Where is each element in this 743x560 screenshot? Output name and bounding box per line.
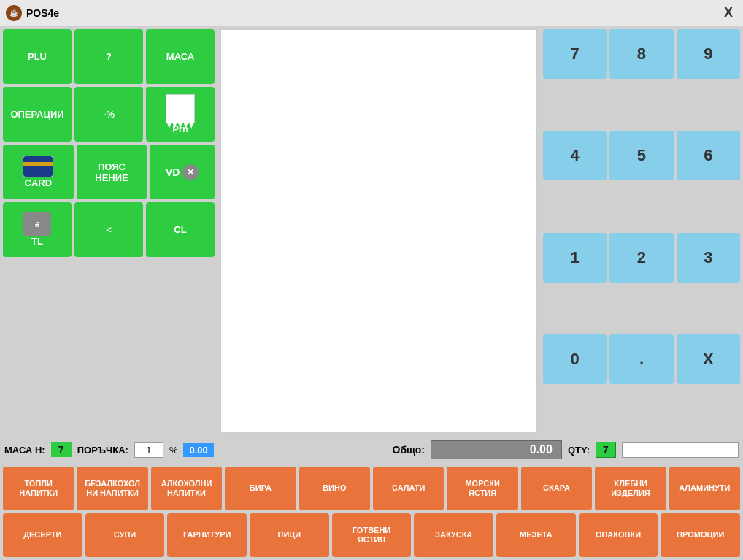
num-dot[interactable]: . [609, 334, 673, 384]
poruchka-input[interactable] [134, 442, 163, 458]
percent-value: 0.00 [183, 443, 213, 457]
cat-mezeta[interactable]: МЕЗЕТА [496, 513, 576, 557]
num-1[interactable]: 1 [543, 233, 607, 283]
question-button[interactable]: ? [74, 29, 143, 84]
poyasnenie-button[interactable]: ПОЯС НЕНИЕ [77, 145, 147, 199]
cat-topli-napitki[interactable]: ТОПЛИ НАПИТКИ [3, 467, 74, 510]
cat-supi[interactable]: СУПИ [85, 513, 165, 557]
poruchka-label: ПОРЪЧКА: [77, 445, 128, 456]
card-label: CARD [25, 177, 53, 188]
left-panel: PLU ? МАСА ОПЕРАЦИИ -% Prn CARD ПОЯС НЕН… [3, 29, 215, 433]
poyasnenie-label: ПОЯС НЕНИЕ [95, 161, 128, 183]
masa-label: МАСА Н: [4, 445, 45, 456]
app-logo: ☕ [6, 5, 22, 21]
num-2[interactable]: 2 [609, 233, 673, 283]
card-button[interactable]: CARD [3, 145, 74, 199]
cat-alkoholni[interactable]: АЛКОХОЛНИ НАПИТКИ [151, 467, 222, 510]
top-section: PLU ? МАСА ОПЕРАЦИИ -% Prn CARD ПОЯС НЕН… [0, 26, 743, 436]
qty-label: QTY: [568, 445, 590, 456]
prn-button[interactable]: Prn [146, 87, 215, 142]
vd-button[interactable]: VD ✕ [150, 145, 215, 199]
titlebar: ☕ POS4e X [0, 0, 743, 26]
cat-zakuska[interactable]: ЗАКУСКА [414, 513, 493, 557]
num-9[interactable]: 9 [677, 29, 740, 79]
cat-deserti[interactable]: ДЕСЕРТИ [3, 513, 82, 557]
tl-button[interactable]: 🖨 TL [3, 202, 72, 257]
less-button[interactable]: < [74, 202, 143, 257]
btn-row-4: 🖨 TL < CL [3, 202, 215, 257]
num-x[interactable]: X [677, 334, 740, 384]
cat-alaminuti[interactable]: АЛАМИНУТИ [669, 467, 740, 510]
register-icon: 🖨 [23, 212, 51, 236]
close-button[interactable]: X [720, 4, 737, 22]
cat-gotveni[interactable]: ГОТВЕНИ ЯСТИЯ [332, 513, 412, 557]
num-0[interactable]: 0 [543, 334, 607, 384]
percent-sign: % [169, 445, 178, 456]
main-area: PLU ? МАСА ОПЕРАЦИИ -% Prn CARD ПОЯС НЕН… [0, 26, 743, 560]
cat-hlebni[interactable]: ХЛЕБНИ ИЗДЕЛИЯ [595, 467, 666, 510]
numpad-panel: 7 8 9 4 5 6 1 2 3 0 . X [543, 29, 740, 433]
vd-label: VD [166, 166, 180, 178]
cat-row-2: ДЕСЕРТИ СУПИ ГАРНИТУРИ ПИЦИ ГОТВЕНИ ЯСТИ… [3, 513, 740, 557]
titlebar-left: ☕ POS4e [6, 5, 59, 21]
cat-pici[interactable]: ПИЦИ [250, 513, 329, 557]
cat-bira[interactable]: БИРА [225, 467, 296, 510]
plu-button[interactable]: PLU [3, 29, 72, 84]
masa-value: 7 [51, 442, 72, 457]
cl-button[interactable]: CL [146, 202, 215, 257]
btn-row-2: ОПЕРАЦИИ -% Prn [3, 87, 215, 142]
cat-opakovki[interactable]: ОПАКОВКИ [579, 513, 658, 557]
cat-skara[interactable]: СКАРА [521, 467, 592, 510]
cat-garnituri[interactable]: ГАРНИТУРИ [167, 513, 247, 557]
qty-value: 7 [596, 442, 616, 458]
obshto-label: Общо: [393, 444, 425, 456]
receipt-icon [166, 94, 195, 123]
cat-morski[interactable]: МОРСКИ ЯСТИЯ [447, 467, 517, 510]
cat-row-1: ТОПЛИ НАПИТКИ БЕЗАЛКОХОЛ НИ НАПИТКИ АЛКО… [3, 467, 740, 510]
qty-input[interactable] [622, 442, 739, 458]
percent-button[interactable]: -% [74, 87, 143, 142]
app-title: POS4e [26, 7, 59, 19]
num-4[interactable]: 4 [543, 131, 607, 180]
operacii-button[interactable]: ОПЕРАЦИИ [3, 87, 72, 142]
num-8[interactable]: 8 [609, 29, 673, 79]
category-section: ТОПЛИ НАПИТКИ БЕЗАЛКОХОЛ НИ НАПИТКИ АЛКО… [0, 464, 743, 560]
cat-vino[interactable]: ВИНО [299, 467, 370, 510]
num-7[interactable]: 7 [543, 29, 607, 79]
btn-row-3: CARD ПОЯС НЕНИЕ VD ✕ [3, 145, 215, 199]
obshto-value: 0.00 [431, 440, 562, 459]
masa-button[interactable]: МАСА [146, 29, 215, 84]
status-bar: МАСА Н: 7 ПОРЪЧКА: % 0.00 Общо: 0.00 QTY… [0, 436, 743, 464]
num-3[interactable]: 3 [677, 233, 740, 283]
cat-promocii[interactable]: ПРОМОЦИИ [661, 513, 740, 557]
btn-row-1: PLU ? МАСА [3, 29, 215, 84]
receipt-display [220, 29, 537, 433]
vd-x-icon: ✕ [182, 164, 199, 180]
tl-label: TL [31, 236, 43, 247]
num-6[interactable]: 6 [677, 131, 740, 180]
cat-salati[interactable]: САЛАТИ [373, 467, 444, 510]
card-icon [23, 156, 53, 177]
num-5[interactable]: 5 [609, 131, 673, 180]
cat-bezalkoholni[interactable]: БЕЗАЛКОХОЛ НИ НАПИТКИ [77, 467, 147, 510]
